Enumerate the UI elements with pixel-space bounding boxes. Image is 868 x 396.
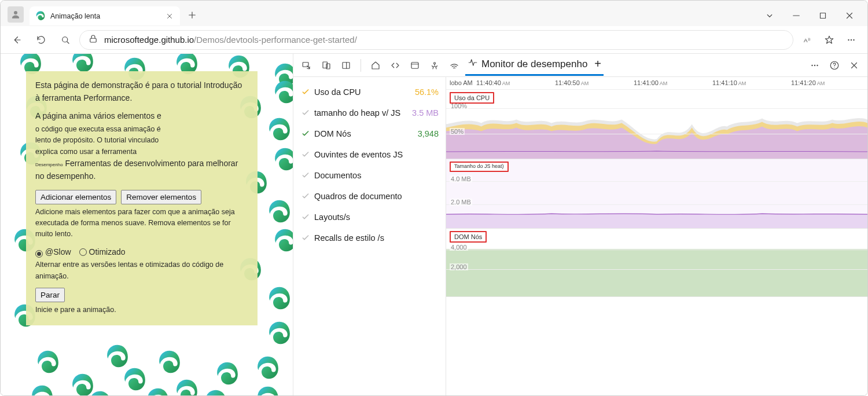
metric-row[interactable]: Layouts/s — [300, 207, 439, 228]
devtools-more-icon[interactable] — [806, 57, 823, 74]
tab-actions-button[interactable] — [756, 6, 783, 25]
speed-radio-group: @Slow Otimizado — [35, 246, 248, 259]
metric-row[interactable]: Ouvintes de eventos JS — [300, 144, 439, 165]
metric-row[interactable]: tamanho do heap v/ JS3.5 MB — [300, 102, 439, 123]
address-toolbar: microsoftedge.github.io/Demos/devtools-p… — [1, 26, 867, 54]
dom-chart: DOM Nós 4,000 2,000 — [446, 229, 867, 297]
svg-rect-12 — [411, 62, 418, 68]
time-tick: 11:40:50AM — [553, 77, 631, 89]
radio-slow[interactable]: @Slow — [35, 246, 71, 259]
svg-point-2 — [62, 36, 68, 42]
cpu-grid-50: 50% — [450, 128, 465, 135]
remove-elements-button[interactable]: Remover elementos — [121, 190, 201, 204]
search-button[interactable] — [55, 30, 76, 50]
edge-logo-icon — [255, 385, 281, 396]
back-button[interactable] — [6, 30, 27, 50]
metric-checkbox-icon[interactable] — [300, 87, 311, 97]
site-identity-icon[interactable] — [88, 34, 98, 46]
time-axis: lobo AM 11:40:40AM11:40:50AM11:41:00AM11… — [446, 77, 867, 90]
radio-help: Alternar entre as versões lentas e otimi… — [35, 259, 248, 282]
favorite-button[interactable] — [819, 30, 840, 50]
settings-more-button[interactable] — [841, 30, 862, 50]
heap-grid-4: 4.0 MB — [450, 175, 472, 182]
svg-rect-1 — [821, 13, 826, 19]
edge-logo-icon — [145, 387, 171, 396]
metric-value: 3,948 — [418, 129, 439, 138]
application-tab-icon[interactable] — [426, 57, 443, 74]
stop-button[interactable]: Parar — [35, 288, 65, 302]
read-aloud-button[interactable]: A⁾⁾ — [797, 30, 818, 50]
tab-close-button[interactable] — [165, 12, 174, 21]
network-conditions-icon[interactable] — [446, 57, 463, 74]
url-path: /Demos/devtools-performance-get-started/ — [194, 35, 357, 45]
metric-checkbox-icon[interactable] — [300, 108, 311, 118]
refresh-button[interactable] — [31, 30, 52, 50]
device-emulation-icon[interactable] — [318, 57, 335, 74]
heap-grid-2: 2.0 MB — [450, 199, 472, 206]
inspect-element-icon[interactable] — [298, 57, 315, 74]
cpu-chart: Uso da CPU 100% 50% — [446, 90, 867, 159]
heap-chart: Tamanho do JS heat) 4.0 MB 2.0 MB — [446, 159, 867, 229]
welcome-tab-icon[interactable] — [367, 57, 384, 74]
minimize-button[interactable] — [783, 6, 810, 25]
metric-checkbox-icon[interactable] — [300, 233, 311, 243]
sources-tab-icon[interactable] — [406, 57, 424, 74]
metric-label: Uso da CPU — [314, 87, 415, 97]
svg-point-5 — [848, 39, 849, 40]
time-tick: 11:41:10AM — [710, 77, 789, 89]
metric-checkbox-icon[interactable] — [300, 191, 311, 201]
time-lead: lobo AM — [446, 77, 474, 89]
performance-monitor-tab[interactable]: Monitor de desempenho + — [465, 55, 604, 76]
edge-logo-icon — [215, 361, 240, 386]
metric-label: Recalls de estilo /s — [314, 233, 439, 243]
metric-label: Layouts/s — [314, 212, 439, 222]
metric-list: Uso da CPU56.1%tamanho do heap v/ JS3.5 … — [293, 77, 446, 396]
svg-rect-3 — [90, 38, 97, 42]
edge-logo-icon — [70, 54, 95, 74]
new-tab-button[interactable] — [183, 6, 201, 24]
svg-rect-11 — [343, 62, 350, 68]
intro-line: no desempenho. — [35, 170, 248, 183]
metric-row[interactable]: Quadros de documento — [300, 186, 439, 207]
edge-logo-icon — [87, 390, 113, 396]
dock-side-icon[interactable] — [337, 57, 355, 74]
metric-checkbox-icon[interactable] — [300, 149, 311, 160]
metric-row[interactable]: Documentos — [300, 165, 439, 186]
svg-point-15 — [814, 64, 815, 65]
close-window-button[interactable] — [836, 6, 863, 25]
address-bar[interactable]: microsoftedge.github.io/Demos/devtools-p… — [79, 30, 793, 50]
charts-empty — [446, 297, 867, 396]
intro-line: A página anima vários elementos e — [35, 110, 248, 123]
metric-checkbox-icon[interactable] — [300, 170, 311, 181]
edge-logo-icon — [174, 378, 200, 396]
elements-tab-icon[interactable] — [387, 57, 404, 74]
devtools-toolbar: Monitor de desempenho + — [293, 54, 867, 77]
metric-row[interactable]: DOM Nós3,948 — [300, 123, 439, 144]
more-tabs-button[interactable]: + — [591, 57, 601, 71]
devtools-close-icon[interactable] — [845, 57, 863, 74]
metric-label: Ouvintes de eventos JS — [314, 150, 439, 159]
metric-checkbox-icon[interactable] — [300, 129, 311, 139]
svg-point-7 — [853, 39, 854, 40]
profile-button[interactable] — [8, 6, 24, 23]
edge-logo-icon — [35, 349, 61, 375]
stop-help: Inicie e pare a animação. — [35, 305, 248, 316]
intro-paragraph-1: Esta página de demonstração é para o tut… — [35, 79, 248, 104]
radio-optimized[interactable]: Otimizado — [79, 246, 126, 259]
tab-title: Animação lenta — [50, 12, 160, 20]
edge-logo-icon — [105, 343, 130, 369]
svg-point-14 — [811, 64, 812, 65]
metric-checkbox-icon[interactable] — [300, 212, 311, 222]
edge-logo-icon — [255, 355, 281, 380]
devtools-help-icon[interactable] — [826, 57, 843, 74]
metric-row[interactable]: Uso da CPU56.1% — [300, 82, 439, 102]
maximize-button[interactable] — [810, 6, 836, 25]
metric-label: Documentos — [314, 171, 439, 180]
metric-label: tamanho do heap v/ JS — [314, 108, 412, 118]
edge-favicon-icon — [35, 10, 46, 23]
browser-tab[interactable]: Animação lenta — [30, 6, 180, 26]
metric-row[interactable]: Recalls de estilo /s — [300, 228, 439, 248]
add-elements-button[interactable]: Adicionar elementos — [35, 190, 116, 204]
window-controls — [756, 6, 863, 26]
edge-logo-icon — [267, 320, 292, 346]
